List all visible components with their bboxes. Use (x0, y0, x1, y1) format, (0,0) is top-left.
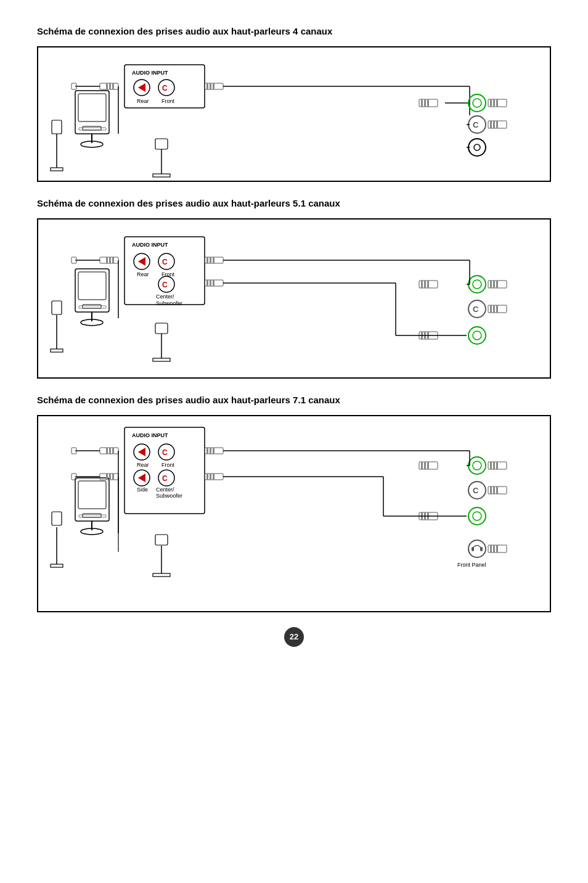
svg-rect-86 (210, 257, 211, 263)
svg-text:C: C (162, 448, 168, 457)
svg-text:Subwoofer: Subwoofer (156, 300, 182, 306)
svg-rect-105 (490, 305, 492, 313)
svg-point-49 (468, 139, 486, 156)
svg-rect-196 (493, 545, 495, 552)
section-title-3: Schéma de connexion des prises audio aux… (37, 393, 551, 406)
svg-rect-22 (109, 83, 111, 89)
svg-rect-177 (424, 462, 426, 469)
svg-rect-1 (78, 94, 106, 121)
svg-rect-23 (112, 83, 114, 89)
svg-rect-36 (490, 99, 492, 107)
svg-rect-11 (155, 139, 168, 149)
svg-rect-183 (493, 487, 495, 494)
svg-point-93 (473, 280, 481, 289)
svg-rect-42 (427, 99, 429, 107)
svg-rect-182 (490, 487, 492, 494)
diagram-1: AUDIO INPUT Rear C Front (37, 46, 551, 182)
svg-rect-195 (490, 545, 492, 552)
svg-text:Front: Front (161, 462, 175, 468)
svg-rect-176 (421, 462, 423, 469)
svg-point-33 (468, 94, 486, 112)
svg-text:Rear: Rear (137, 98, 149, 104)
svg-rect-79 (106, 257, 108, 263)
svg-rect-197 (496, 545, 498, 552)
svg-rect-38 (496, 99, 498, 107)
svg-rect-106 (493, 305, 495, 313)
svg-rect-156 (106, 474, 108, 480)
svg-text:AUDIO INPUT: AUDIO INPUT (132, 242, 168, 248)
svg-rect-80 (109, 257, 111, 263)
svg-rect-157 (109, 474, 111, 480)
svg-text:Subwoofer: Subwoofer (156, 493, 182, 499)
svg-rect-95 (490, 281, 492, 288)
svg-rect-132 (153, 573, 170, 577)
svg-rect-162 (206, 448, 208, 454)
svg-rect-150 (106, 448, 108, 454)
svg-rect-172 (490, 462, 492, 469)
svg-text:AUDIO INPUT: AUDIO INPUT (132, 432, 168, 438)
svg-rect-40 (421, 99, 423, 107)
svg-rect-129 (51, 564, 63, 567)
svg-text:Front Panel: Front Panel (457, 562, 486, 568)
svg-point-191 (468, 540, 486, 557)
svg-rect-29 (213, 83, 214, 89)
svg-text:C: C (473, 120, 479, 129)
svg-rect-152 (112, 448, 114, 454)
svg-text:C: C (473, 486, 479, 495)
svg-rect-65 (155, 323, 168, 334)
svg-rect-167 (210, 474, 211, 480)
svg-rect-61 (51, 349, 63, 352)
svg-text:AUDIO INPUT: AUDIO INPUT (132, 70, 168, 76)
svg-rect-28 (210, 83, 211, 89)
svg-point-185 (468, 507, 486, 525)
page-number: 22 (284, 627, 304, 647)
svg-rect-122 (75, 478, 109, 521)
diagram-2: AUDIO INPUT Rear C Front C Center/ Subwo… (37, 218, 551, 379)
svg-point-34 (473, 99, 481, 107)
svg-text:Center/: Center/ (156, 487, 174, 493)
svg-rect-62 (52, 301, 62, 314)
diagram-3: AUDIO INPUT Rear C Front Side C Center/ … (37, 415, 551, 612)
svg-rect-55 (78, 272, 106, 300)
svg-rect-2 (83, 126, 101, 130)
svg-rect-107 (496, 305, 498, 313)
svg-text:Front: Front (161, 98, 175, 104)
svg-rect-27 (206, 83, 208, 89)
svg-point-169 (468, 457, 486, 474)
section-title-2: Schéma de connexion des prises audio aux… (37, 197, 551, 210)
svg-rect-10 (153, 174, 170, 177)
svg-point-170 (473, 461, 481, 470)
svg-text:C: C (162, 474, 168, 483)
svg-rect-168 (213, 474, 214, 480)
svg-rect-192 (472, 547, 474, 551)
svg-rect-89 (206, 280, 208, 286)
svg-rect-163 (210, 448, 211, 454)
svg-rect-87 (213, 257, 214, 263)
svg-text:C: C (162, 84, 168, 92)
svg-rect-123 (78, 481, 106, 509)
svg-point-92 (468, 276, 486, 293)
svg-rect-151 (109, 448, 111, 454)
section-title-1: Schéma de connexion des prises audio aux… (37, 25, 551, 38)
page-number-container: 22 (37, 627, 551, 647)
svg-rect-100 (424, 281, 426, 288)
svg-rect-90 (210, 280, 211, 286)
svg-rect-99 (421, 281, 423, 288)
svg-marker-15 (138, 83, 145, 92)
svg-point-108 (468, 327, 486, 344)
svg-rect-164 (213, 448, 214, 454)
svg-rect-91 (213, 280, 214, 286)
svg-rect-174 (496, 462, 498, 469)
svg-text:Rear: Rear (137, 462, 149, 468)
svg-rect-54 (75, 269, 109, 312)
svg-rect-97 (496, 281, 498, 288)
svg-rect-130 (52, 512, 62, 525)
svg-rect-178 (427, 462, 429, 469)
svg-point-50 (474, 144, 480, 150)
svg-rect-56 (83, 305, 101, 308)
svg-marker-69 (138, 257, 145, 266)
svg-text:Center/: Center/ (156, 294, 174, 300)
svg-rect-158 (112, 474, 114, 480)
svg-rect-81 (112, 257, 114, 263)
svg-rect-101 (427, 281, 429, 288)
